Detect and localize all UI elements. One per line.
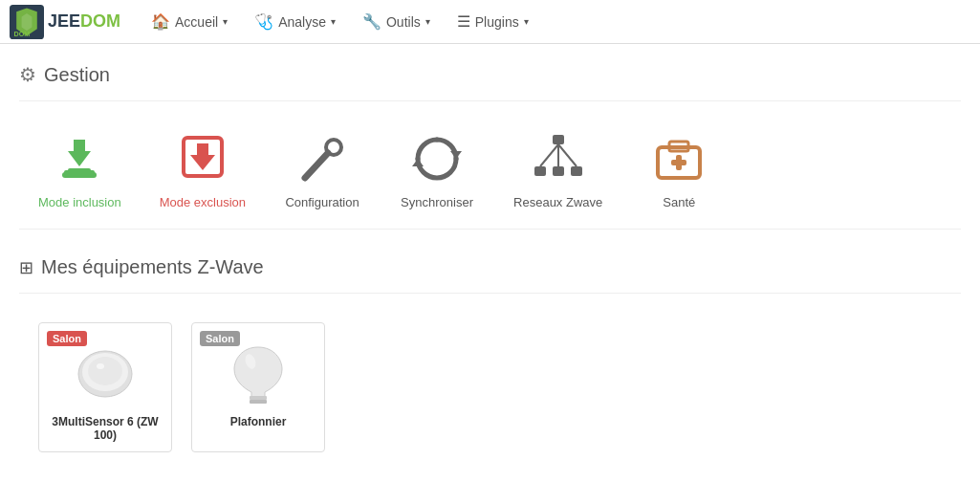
nav-outils-caret: ▾	[425, 16, 430, 27]
svg-rect-25	[671, 160, 686, 165]
gestion-section-header: ⚙ Gestion	[19, 54, 961, 101]
sante-icon	[650, 130, 708, 187]
exclusion-label: Mode exclusion	[160, 195, 246, 209]
actions-row: Mode inclusion Mode exclusion Configurat…	[19, 121, 961, 230]
svg-rect-7	[62, 172, 97, 178]
analyse-icon: 🩺	[254, 12, 273, 31]
nav-menu: 🏠 Accueil ▾ 🩺 Analyse ▾ 🔧 Outils ▾ ☰ Plu…	[140, 7, 540, 36]
svg-text:DOM: DOM	[14, 30, 31, 38]
grid-icon: ⊞	[19, 257, 33, 278]
nav-accueil-caret: ▾	[223, 16, 228, 27]
svg-line-19	[540, 144, 558, 166]
nav-accueil-label: Accueil	[175, 14, 218, 30]
equipment-section-title: Mes équipements Z-Wave	[41, 256, 264, 278]
plugins-icon: ☰	[457, 12, 470, 31]
svg-rect-16	[534, 166, 546, 176]
svg-rect-30	[250, 396, 267, 400]
multisensor-name: 3MultiSensor 6 (ZW 100)	[49, 415, 162, 442]
nav-plugins-label: Plugins	[475, 14, 519, 30]
reseaux-zwave-label: Reseaux Zwave	[513, 195, 602, 209]
nav-outils[interactable]: 🔧 Outils ▾	[351, 7, 442, 36]
configuration-label: Configuration	[285, 195, 359, 209]
jeedom-logo: DOM	[10, 5, 44, 39]
page-content: ⚙ Gestion Mode inclusion	[0, 44, 980, 471]
svg-rect-17	[553, 166, 564, 176]
synchroniser-icon	[408, 130, 466, 187]
navbar: DOM JEEDOM 🏠 Accueil ▾ 🩺 Analyse ▾ 🔧 Out…	[0, 0, 980, 44]
badge-plafonnier: Salon	[200, 331, 240, 346]
badge-multisensor: Salon	[47, 331, 87, 346]
svg-line-12	[307, 151, 329, 176]
nav-analyse[interactable]: 🩺 Analyse ▾	[243, 7, 347, 36]
multisensor-svg	[72, 338, 139, 405]
equipment-card-plafonnier[interactable]: Salon Plafonnier	[191, 322, 325, 452]
sante-label: Santé	[663, 195, 695, 209]
svg-point-29	[97, 363, 104, 369]
svg-marker-6	[68, 140, 91, 166]
svg-rect-15	[553, 135, 564, 144]
nav-outils-label: Outils	[386, 14, 421, 30]
nav-analyse-caret: ▾	[331, 16, 336, 27]
action-mode-exclusion[interactable]: Mode exclusion	[160, 130, 246, 209]
brand-text: JEEDOM	[48, 11, 120, 32]
svg-marker-2	[22, 13, 33, 31]
action-sante[interactable]: Santé	[641, 130, 717, 209]
svg-marker-9	[190, 143, 215, 170]
nav-plugins-caret: ▾	[524, 16, 529, 27]
svg-point-28	[88, 357, 122, 385]
equipment-card-multisensor[interactable]: Salon 3MultiSensor 6 (ZW 100)	[38, 322, 172, 452]
inclusion-label: Mode inclusion	[38, 195, 121, 209]
synchroniser-label: Synchroniser	[401, 195, 473, 209]
outils-icon: 🔧	[362, 12, 381, 31]
exclusion-icon	[174, 130, 231, 187]
action-reseaux-zwave[interactable]: Reseaux Zwave	[513, 130, 602, 209]
nav-analyse-label: Analyse	[278, 14, 326, 30]
brand-logo-container[interactable]: DOM JEEDOM	[10, 5, 120, 39]
svg-rect-18	[571, 166, 582, 176]
reseaux-zwave-icon	[530, 130, 587, 187]
configuration-icon	[294, 130, 351, 187]
nav-plugins[interactable]: ☰ Plugins ▾	[446, 7, 540, 36]
gestion-title: Gestion	[44, 64, 110, 86]
equipment-section-header: ⊞ Mes équipements Z-Wave	[19, 249, 961, 294]
gear-icon: ⚙	[19, 63, 36, 86]
home-icon: 🏠	[151, 12, 170, 31]
equipment-row: Salon 3MultiSensor 6 (ZW 100) Salon	[19, 313, 961, 462]
action-synchroniser[interactable]: Synchroniser	[399, 130, 475, 209]
nav-accueil[interactable]: 🏠 Accueil ▾	[140, 7, 239, 36]
svg-line-21	[558, 144, 577, 166]
action-configuration[interactable]: Configuration	[284, 130, 360, 209]
svg-rect-31	[250, 400, 267, 404]
action-mode-inclusion[interactable]: Mode inclusion	[38, 130, 121, 209]
svg-marker-14	[412, 159, 424, 166]
svg-marker-13	[450, 151, 462, 159]
plafonnier-name: Plafonnier	[230, 415, 287, 428]
inclusion-icon	[51, 130, 108, 187]
